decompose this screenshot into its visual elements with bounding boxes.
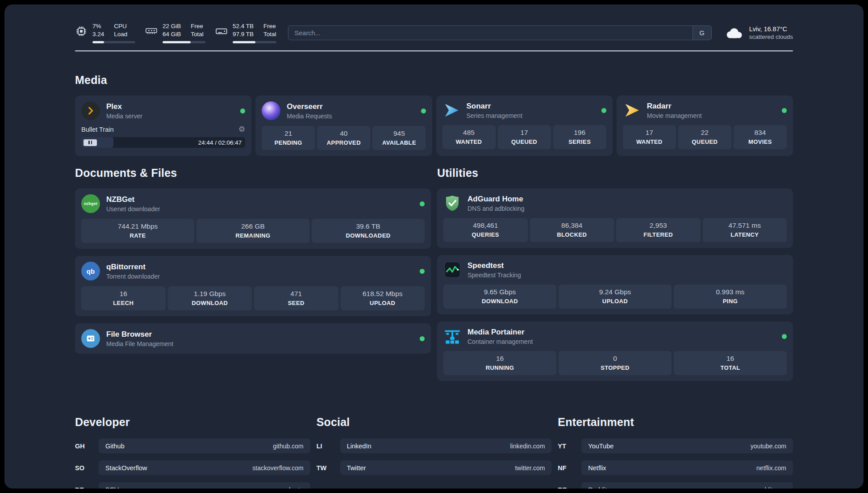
app-card-speedtest[interactable]: Speedtest Speedtest Tracking 9.65 Gbps D…: [437, 255, 793, 314]
bookmark-url: github.com: [273, 443, 303, 450]
stat-available: 945 AVAILABLE: [372, 126, 426, 150]
app-card-filebrowser[interactable]: File Browser Media File Management: [75, 323, 431, 354]
bookmark-row: YT YouTube youtube.com: [558, 439, 793, 453]
app-card-portainer[interactable]: Media Portainer Container management 16 …: [437, 322, 793, 381]
stat-value: 834: [735, 129, 785, 137]
status-dot: [601, 108, 606, 113]
status-dot: [420, 336, 425, 341]
cpu-label-top: CPU: [114, 22, 127, 30]
now-playing-title: Bullet Train: [81, 126, 114, 133]
bookmark-name: DEV: [105, 486, 119, 489]
documents-section: Documents & Files nzbget NZBGet Usenet d…: [75, 167, 431, 388]
cloud-icon: [723, 26, 744, 40]
status-dot: [420, 201, 425, 206]
app-card-sonarr[interactable]: Sonarr Series management 485 WANTED 17 Q…: [436, 96, 613, 156]
stat-remaining: 266 GB REMAINING: [196, 219, 309, 243]
ram-label-top: Free: [191, 22, 204, 30]
stat-label: WANTED: [444, 138, 494, 145]
search-input[interactable]: [288, 26, 693, 40]
bookmark-row: GH Github github.com: [75, 439, 310, 453]
bookmark-abbr: LI: [317, 443, 340, 450]
section-title-social: Social: [317, 416, 552, 429]
bookmark-stackoverflow[interactable]: StackOverflow stackoverflow.com: [99, 460, 310, 475]
app-name: AdGuard Home: [467, 195, 525, 204]
bookmark-netflix[interactable]: Netflix netflix.com: [581, 460, 793, 475]
disk-free: 52.4 TB: [233, 22, 254, 30]
app-subtitle: Media File Management: [106, 340, 173, 347]
bookmark-youtube[interactable]: YouTube youtube.com: [581, 439, 793, 453]
app-name: Overseerr: [287, 102, 332, 111]
card-head: File Browser Media File Management: [81, 329, 425, 348]
pause-icon[interactable]: [83, 139, 97, 146]
system-metrics: 7% 3.24 CPU Load: [75, 22, 276, 43]
stat-value: 618.52 Mbps: [342, 290, 423, 298]
stat-value: 1.19 Gbps: [170, 290, 250, 298]
app-subtitle: Media Requests: [287, 113, 332, 120]
section-title-developer: Developer: [75, 416, 310, 429]
stat-value: 266 GB: [198, 222, 308, 230]
app-card-overseerr[interactable]: Overseerr Media Requests 21 PENDING 40 A…: [255, 96, 432, 156]
stat-value: 17: [500, 129, 549, 137]
app-subtitle: Usenet downloader: [106, 205, 160, 213]
section-title-media: Media: [75, 74, 793, 87]
stat-label: RUNNING: [445, 364, 555, 371]
weather-widget[interactable]: Lviv, 16.87°C scattered clouds: [723, 25, 793, 40]
stat-value: 40: [319, 130, 368, 138]
stat-total: 16 TOTAL: [674, 351, 787, 375]
ram-usage-bar: [163, 41, 205, 43]
app-name: Plex: [106, 102, 142, 111]
app-card-nzbget[interactable]: nzbget NZBGet Usenet downloader 744.21 M…: [75, 188, 431, 249]
app-card-adguard[interactable]: AdGuard Home DNS and adblocking 498,461 …: [437, 188, 793, 248]
stat-upload: 618.52 Mbps UPLOAD: [341, 286, 425, 310]
playback-progress-bar[interactable]: 24:44 / 02:06:47: [81, 137, 245, 148]
bookmark-url: dev.to: [287, 486, 304, 489]
stats-row: 21 PENDING 40 APPROVED 945 AVAILABLE: [262, 126, 426, 150]
bookmark-linkedin[interactable]: LinkedIn linkedin.com: [340, 439, 552, 453]
card-head: AdGuard Home DNS and adblocking: [443, 194, 787, 212]
bookmark-twitter[interactable]: Twitter twitter.com: [340, 460, 552, 475]
middle-columns: Documents & Files nzbget NZBGet Usenet d…: [75, 167, 793, 388]
search-bar[interactable]: G: [288, 25, 712, 40]
cpu-usage-fill: [92, 41, 104, 43]
stat-value: 471: [256, 290, 337, 298]
stat-label: DOWNLOAD: [445, 298, 555, 305]
app-card-qbittorrent[interactable]: qb qBittorrent Torrent downloader 16 LEE…: [75, 256, 431, 316]
dashboard: 7% 3.24 CPU Load: [4, 4, 864, 489]
weather-location: Lviv, 16.87°C: [749, 25, 793, 33]
bookmark-abbr: YT: [558, 443, 581, 450]
sonarr-icon: [442, 101, 460, 119]
status-dot: [420, 269, 425, 274]
cpu-label-bottom: Load: [114, 30, 127, 38]
bookmark-row: RE Reddit reddit.com: [558, 482, 793, 489]
app-card-plex[interactable]: Plex Media server Bullet Train ⚙ 24:44 /…: [75, 96, 251, 156]
bookmark-row: TW Twitter twitter.com: [317, 460, 552, 475]
search-engine-button[interactable]: G: [693, 26, 711, 40]
bookmark-dev[interactable]: DEV dev.to: [99, 482, 310, 489]
app-card-radarr[interactable]: Radarr Movie management 17 WANTED 22 QUE…: [617, 96, 793, 156]
section-title-utilities: Utilities: [437, 167, 793, 180]
stat-value: 498,461: [445, 221, 526, 230]
stat-pending: 21 PENDING: [262, 126, 315, 150]
disk-usage-bar: [233, 41, 276, 43]
bookmark-abbr: RE: [558, 486, 581, 489]
header-divider: [75, 50, 793, 51]
entertainment-links: Entertainment YT YouTube youtube.com NF …: [558, 416, 793, 489]
bookmark-reddit[interactable]: Reddit reddit.com: [581, 482, 793, 489]
bookmark-github[interactable]: Github github.com: [99, 439, 310, 453]
stat-value: 22: [680, 129, 730, 137]
portainer-crane-icon: [443, 327, 461, 345]
plex-icon: [81, 101, 100, 120]
app-name: Radarr: [647, 102, 702, 111]
stat-label: LATENCY: [705, 231, 785, 238]
stat-label: DOWNLOAD: [170, 300, 250, 306]
app-subtitle: Container management: [467, 338, 533, 345]
stat-label: APPROVED: [319, 139, 368, 146]
ram-usage-fill: [163, 41, 191, 43]
stat-label: FILTERED: [618, 231, 699, 238]
stats-row: 9.65 Gbps DOWNLOAD 9.24 Gbps UPLOAD 0.99…: [443, 284, 787, 309]
stat-label: SERIES: [555, 138, 605, 145]
gear-icon[interactable]: ⚙: [238, 125, 245, 133]
header: 7% 3.24 CPU Load: [75, 22, 793, 43]
app-subtitle: Series management: [467, 112, 522, 119]
bookmark-row: SO StackOverflow stackoverflow.com: [75, 460, 310, 475]
